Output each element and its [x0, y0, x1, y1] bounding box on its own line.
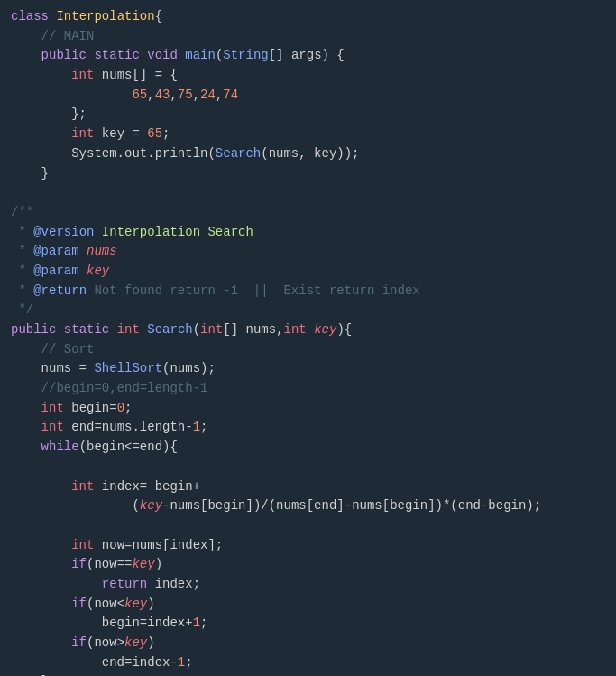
line-26: (key-nums[begin])/(nums[end]-nums[begin]… [11, 496, 605, 516]
line-2: // MAIN [11, 27, 605, 47]
line-11: /** [11, 203, 605, 223]
line-30: return index; [11, 575, 605, 595]
line-10 [11, 183, 605, 203]
line-20: //begin=0,end=length-1 [11, 379, 605, 399]
line-23: while(begin<=end){ [11, 438, 605, 458]
line-32: begin=index+1; [11, 614, 605, 634]
line-15: * @return Not found return -1 || Exist r… [11, 282, 605, 301]
code-block: class Interpolation{ // MAIN public stat… [0, 0, 616, 676]
line-33: if(now>key) [11, 634, 605, 653]
line-1: class Interpolation{ [11, 7, 605, 27]
line-13: * @param nums [11, 242, 605, 262]
line-14: * @param key [11, 262, 605, 282]
line-35: } [11, 672, 605, 676]
line-25: int index= begin+ [11, 477, 605, 497]
line-29: if(now==key) [11, 555, 605, 575]
line-28: int now=nums[index]; [11, 536, 605, 556]
line-5: 65,43,75,24,74 [11, 86, 605, 106]
line-16: */ [11, 301, 605, 320]
line-9: } [11, 164, 605, 184]
line-19: nums = ShellSort(nums); [11, 359, 605, 379]
line-7: int key = 65; [11, 125, 605, 144]
line-18: // Sort [11, 340, 605, 360]
line-21: int begin=0; [11, 399, 605, 419]
line-3: public static void main(String[] args) { [11, 46, 605, 66]
line-22: int end=nums.length-1; [11, 418, 605, 438]
line-24 [11, 458, 605, 477]
line-8: System.out.println(Search(nums, key)); [11, 144, 605, 164]
line-17: public static int Search(int[] nums,int … [11, 320, 605, 340]
line-4: int nums[] = { [11, 66, 605, 86]
line-27 [11, 516, 605, 536]
line-6: }; [11, 105, 605, 125]
line-12: * @version Interpolation Search [11, 223, 605, 243]
line-34: end=index-1; [11, 653, 605, 673]
line-31: if(now<key) [11, 595, 605, 615]
